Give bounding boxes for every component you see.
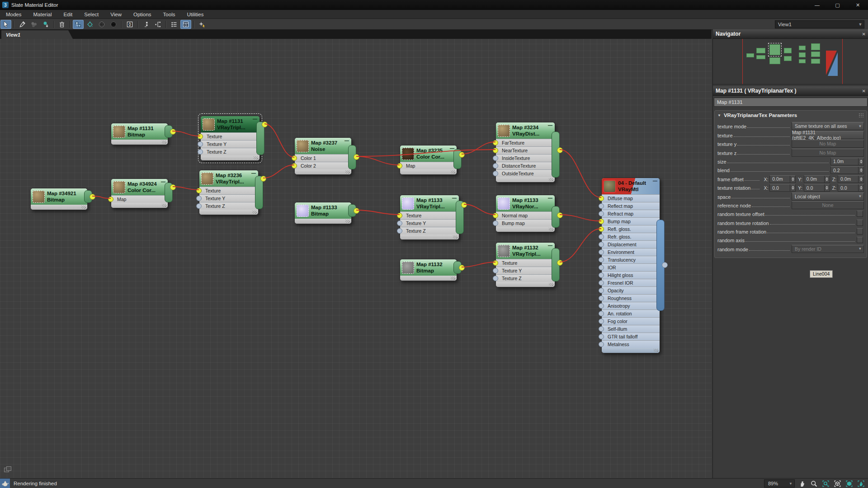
node-footer[interactable] xyxy=(602,348,660,353)
slot-texture-z[interactable]: Texture Z xyxy=(400,227,459,235)
param-frame-offset-z[interactable]: 0.0m xyxy=(838,175,864,183)
slot-normal-map[interactable]: Normal map xyxy=(496,212,555,219)
output-socket[interactable] xyxy=(354,154,359,160)
slot-reflect-map[interactable]: Reflect map xyxy=(602,202,660,210)
input-socket[interactable] xyxy=(599,257,604,263)
toolbar-hide-unused-nodeslots[interactable] xyxy=(169,20,179,29)
statusbar-zoom-icon[interactable] xyxy=(810,479,818,488)
slot-map[interactable]: Map xyxy=(400,162,457,169)
output-socket[interactable] xyxy=(260,176,266,182)
node-footer[interactable] xyxy=(496,227,555,232)
statusbar-zoom-extents-icon[interactable] xyxy=(833,479,842,488)
collapse-icon[interactable]: — xyxy=(548,124,552,127)
input-socket[interactable] xyxy=(196,203,202,209)
menu-select[interactable]: Select xyxy=(78,10,104,19)
tab-view1[interactable]: View1 xyxy=(1,30,73,39)
slot-gtr-tail-falloff[interactable]: GTR tail falloff xyxy=(602,333,660,340)
menu-modes[interactable]: Modes xyxy=(0,10,28,19)
menu-options[interactable]: Options xyxy=(127,10,157,19)
slot-refl--gloss-[interactable]: Refl. gloss. xyxy=(602,225,660,233)
menu-edit[interactable]: Edit xyxy=(57,10,78,19)
input-socket[interactable] xyxy=(599,203,604,209)
rollout-header[interactable]: ▼ VRayTriplanarTex Parameters xyxy=(715,111,867,120)
output-socket[interactable] xyxy=(459,152,465,158)
collapse-icon[interactable]: — xyxy=(548,197,552,200)
navigator-minimap[interactable] xyxy=(713,39,868,84)
param-texture-rotation-x[interactable]: 0.0 xyxy=(769,184,796,192)
slot-texture-z[interactable]: Texture Z xyxy=(496,275,555,282)
toolbar-show-end-result[interactable] xyxy=(108,20,119,29)
input-socket[interactable] xyxy=(599,288,604,293)
spinner-arrows-icon[interactable] xyxy=(858,184,863,191)
slot-refr--gloss-[interactable]: Refr. gloss. xyxy=(602,233,660,240)
menu-material[interactable]: Material xyxy=(28,10,58,19)
slot-fog-color[interactable]: Fog color xyxy=(602,318,660,325)
node-map-1132-bitmap[interactable]: Map #1132Bitmap xyxy=(400,259,457,281)
node-header[interactable]: Map #3237Noise— xyxy=(295,138,351,154)
slot-refract-map[interactable]: Refract map xyxy=(602,210,660,217)
slot-neartexture[interactable]: NearTexture xyxy=(496,147,555,154)
node-map-1131-vraytriplanar[interactable]: Map #1131VRayTripl...—TextureTexture YTe… xyxy=(200,116,260,161)
collapse-icon[interactable]: — xyxy=(548,244,552,248)
output-socket[interactable] xyxy=(90,194,95,200)
statusbar-pan-icon[interactable] xyxy=(798,479,807,488)
toolbar-put-material-to-scene[interactable] xyxy=(40,20,51,29)
slot-color-1[interactable]: Color 1 xyxy=(295,155,351,162)
input-socket[interactable] xyxy=(493,268,498,273)
node-header[interactable]: Map #3234VRayDist...— xyxy=(496,122,555,139)
input-socket[interactable] xyxy=(493,155,498,161)
input-socket[interactable] xyxy=(599,334,604,339)
input-socket[interactable] xyxy=(493,276,498,281)
node-footer[interactable] xyxy=(496,177,555,182)
input-socket[interactable] xyxy=(493,171,498,176)
menu-view[interactable]: View xyxy=(104,10,127,19)
slot-an--rotation[interactable]: An. rotation xyxy=(602,310,660,317)
slot-insidetexture[interactable]: InsideTexture xyxy=(496,155,555,162)
toolbar-assign-material-to-selection[interactable] xyxy=(28,20,39,29)
input-socket[interactable] xyxy=(198,134,203,139)
node-map-3234-vraydistance[interactable]: Map #3234VRayDist...—FarTextureNearTextu… xyxy=(495,122,555,183)
input-socket[interactable] xyxy=(599,342,604,347)
collapse-icon[interactable]: — xyxy=(344,139,349,143)
node-footer[interactable] xyxy=(111,140,168,145)
output-socket[interactable] xyxy=(662,262,668,268)
input-socket[interactable] xyxy=(198,149,203,155)
input-socket[interactable] xyxy=(599,311,604,316)
toolbar-render-map[interactable] xyxy=(180,20,191,29)
output-socket[interactable] xyxy=(557,260,563,266)
input-socket[interactable] xyxy=(198,141,203,147)
toolbar-layout-all[interactable] xyxy=(73,20,84,29)
collapse-icon[interactable]: — xyxy=(653,179,657,183)
navigator-close-icon[interactable]: ✕ xyxy=(862,32,866,37)
input-socket[interactable] xyxy=(493,140,498,145)
node-map-1133-vraynormal[interactable]: Map #1133VRayNor...—Normal mapBump map xyxy=(495,195,555,232)
input-socket[interactable] xyxy=(599,272,604,278)
toolbar-show-map-in-viewport[interactable] xyxy=(141,20,151,29)
slot-color-2[interactable]: Color 2 xyxy=(295,162,351,169)
param-spinner-4[interactable]: 1.0m xyxy=(830,158,864,165)
toolbar-pick-material-from-object[interactable] xyxy=(17,20,28,29)
param-select-8[interactable]: Local object▼ xyxy=(792,192,864,201)
slot-texture-z[interactable]: Texture Z xyxy=(199,202,258,210)
input-socket[interactable] xyxy=(599,211,604,216)
input-socket[interactable] xyxy=(599,242,604,247)
node-map-3235-colorcorrect[interactable]: Map #3235Color Cor...—Map xyxy=(400,145,457,175)
slot-metalness[interactable]: Metalness xyxy=(602,341,660,348)
slot-outsidetexture[interactable]: OutsideTexture xyxy=(496,170,555,177)
node-footer[interactable] xyxy=(400,169,457,174)
input-socket[interactable] xyxy=(599,319,604,324)
toolbar-select-by-material[interactable] xyxy=(197,20,208,29)
slot-hilight-gloss[interactable]: Hilight gloss xyxy=(602,272,660,279)
output-socket[interactable] xyxy=(170,129,176,135)
toolbar-show-connections[interactable] xyxy=(152,20,163,29)
node-map-1132-vraytriplanar[interactable]: Map #1132VRayTripl...—TextureTexture YTe… xyxy=(495,242,555,287)
input-socket[interactable] xyxy=(493,213,498,218)
output-socket[interactable] xyxy=(354,208,359,214)
input-socket[interactable] xyxy=(599,326,604,332)
input-socket[interactable] xyxy=(493,148,498,153)
slot-fresnel-ior[interactable]: Fresnel IOR xyxy=(602,279,660,286)
node-header[interactable]: Map #3236VRayTripl...— xyxy=(199,170,258,187)
input-socket[interactable] xyxy=(397,163,402,169)
spinner-arrows-icon[interactable] xyxy=(790,176,795,183)
layout-pages-icon[interactable] xyxy=(4,466,13,474)
